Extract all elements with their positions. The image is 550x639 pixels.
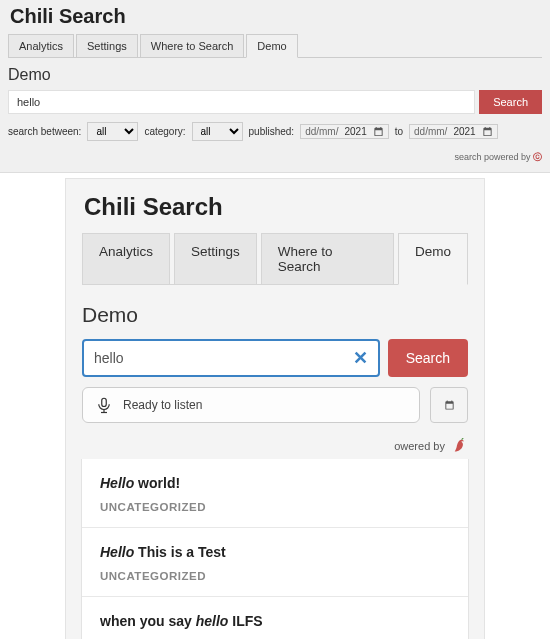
- date-picker-button[interactable]: [430, 387, 468, 423]
- powered-by: owered by: [82, 437, 468, 453]
- search-button[interactable]: Search: [388, 339, 468, 377]
- filters-row: search between: all category: all publis…: [8, 122, 542, 141]
- search-input-wrapper: ✕: [82, 339, 380, 377]
- voice-listen-button[interactable]: Ready to listen: [82, 387, 420, 423]
- calendar-icon: [444, 397, 455, 413]
- microphone-icon: [95, 396, 113, 414]
- suggestion-item[interactable]: when you say hello ILFS UNCATEGORIZED: [82, 596, 468, 639]
- date-placeholder: dd/mm/: [305, 126, 338, 137]
- clear-icon[interactable]: ✕: [351, 349, 370, 367]
- section-heading: Demo: [82, 303, 468, 327]
- voice-listen-label: Ready to listen: [123, 398, 202, 412]
- date-from-input[interactable]: dd/mm/2021: [300, 124, 389, 139]
- tab-settings[interactable]: Settings: [174, 233, 257, 284]
- suggestion-item[interactable]: Hello world! UNCATEGORIZED: [82, 459, 468, 513]
- date-year: 2021: [453, 126, 475, 137]
- search-between-label: search between:: [8, 126, 81, 137]
- svg-rect-0: [102, 398, 107, 406]
- search-row: Search: [8, 90, 542, 114]
- tab-analytics[interactable]: Analytics: [82, 233, 170, 284]
- suggestions-dropdown: Hello world! UNCATEGORIZED Hello This is…: [81, 459, 469, 639]
- search-input[interactable]: [8, 90, 475, 114]
- section-heading: Demo: [8, 66, 542, 84]
- tab-demo[interactable]: Demo: [246, 34, 297, 58]
- powered-by: search powered by ⓒ: [8, 151, 542, 164]
- tab-where-to-search[interactable]: Where to Search: [261, 233, 394, 284]
- tabs-bar: Analytics Settings Where to Search Demo: [8, 34, 542, 58]
- chili-mark-icon: ⓒ: [533, 152, 542, 162]
- foreground-admin-panel: Chili Search Analytics Settings Where to…: [65, 178, 485, 639]
- secondary-row: Ready to listen: [82, 387, 468, 423]
- suggestion-title: when you say hello ILFS: [100, 613, 450, 629]
- suggestion-title: Hello world!: [100, 475, 450, 491]
- suggestion-category: UNCATEGORIZED: [100, 570, 450, 582]
- category-label: category:: [144, 126, 185, 137]
- chili-logo-icon: [452, 437, 468, 453]
- calendar-icon: [482, 126, 493, 137]
- search-input[interactable]: [94, 341, 351, 375]
- to-label: to: [395, 126, 403, 137]
- app-title: Chili Search: [10, 5, 542, 28]
- app-title: Chili Search: [84, 193, 468, 221]
- category-select[interactable]: all: [192, 122, 243, 141]
- tab-analytics[interactable]: Analytics: [8, 34, 74, 57]
- search-between-select[interactable]: all: [87, 122, 138, 141]
- search-row: ✕ Search: [82, 339, 468, 377]
- suggestion-title: Hello This is a Test: [100, 544, 450, 560]
- published-label: published:: [249, 126, 295, 137]
- calendar-icon: [373, 126, 384, 137]
- suggestion-item[interactable]: Hello This is a Test UNCATEGORIZED: [82, 527, 468, 582]
- search-button[interactable]: Search: [479, 90, 542, 114]
- date-to-input[interactable]: dd/mm/2021: [409, 124, 498, 139]
- tab-settings[interactable]: Settings: [76, 34, 138, 57]
- suggestion-category: UNCATEGORIZED: [100, 501, 450, 513]
- background-admin-panel: Chili Search Analytics Settings Where to…: [0, 0, 550, 173]
- tab-where-to-search[interactable]: Where to Search: [140, 34, 245, 57]
- tabs-bar: Analytics Settings Where to Search Demo: [82, 233, 468, 285]
- date-placeholder: dd/mm/: [414, 126, 447, 137]
- date-year: 2021: [344, 126, 366, 137]
- tab-demo[interactable]: Demo: [398, 233, 468, 285]
